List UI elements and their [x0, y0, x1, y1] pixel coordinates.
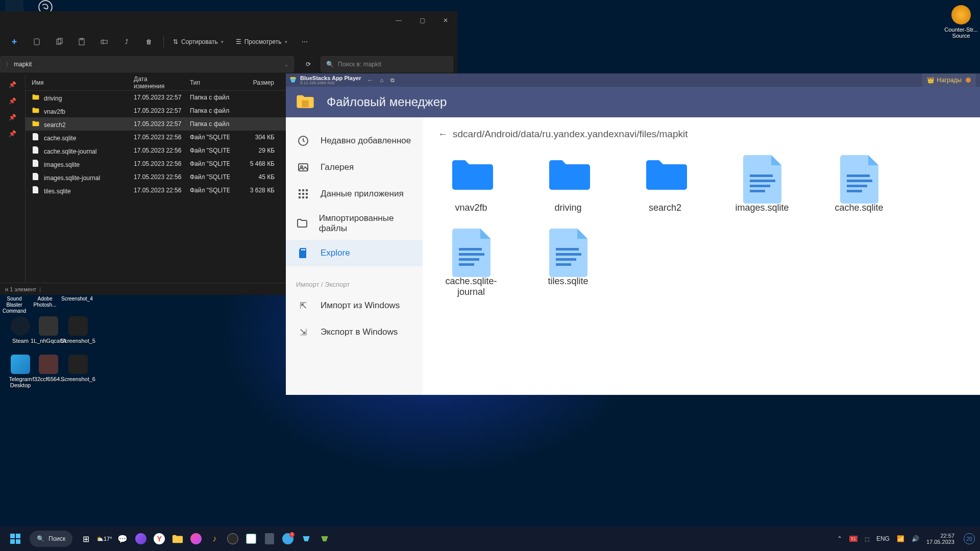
yandex-icon[interactable]: Y	[150, 529, 168, 549]
taskbar-search[interactable]: 🔍 Поиск	[30, 531, 72, 547]
trash-icon[interactable]: 🗑	[139, 33, 159, 51]
svg-rect-40	[556, 263, 571, 266]
col-type[interactable]: Тип	[184, 79, 230, 86]
sidebar-item-apps[interactable]: Данные приложения	[286, 181, 423, 207]
col-date[interactable]: Дата изменения	[128, 76, 184, 90]
bluestacks-sidebar: Недавно добавленноеГалереяДанные приложе…	[286, 117, 423, 395]
explorer-titlebar: ― ▢ ✕	[0, 11, 457, 30]
weather-widget[interactable]: ⛅17°	[95, 529, 113, 549]
import-windows[interactable]: ⇱ Импорт из Windows	[286, 292, 423, 319]
svg-rect-42	[16, 534, 20, 538]
thumbnail-icon	[68, 316, 88, 336]
itunes-icon[interactable]	[187, 529, 205, 549]
sidebar-item-folder[interactable]: Импортированные файлы	[286, 207, 423, 240]
svg-rect-16	[299, 193, 301, 195]
grid-item[interactable]: cache.sqlite-journal	[438, 229, 504, 297]
grid-item[interactable]: images.sqlite	[729, 155, 795, 213]
wifi-icon[interactable]: 📶	[897, 535, 904, 542]
tray-chevron-icon[interactable]: ⌃	[837, 535, 842, 542]
app-icon[interactable]	[132, 529, 150, 549]
sort-button[interactable]: ⇅Сортировать▾	[168, 33, 229, 51]
search-placeholder: Поиск в: mapkit	[338, 61, 381, 68]
taskbar: 🔍 Поиск ⊞ ⛅17° 💬 Y ♪ 1 ⌃ 51 ⬚ ENG 📶 🔊 22…	[0, 527, 980, 551]
sidebar-item-clock[interactable]: Недавно добавленное	[286, 128, 423, 154]
chat-icon[interactable]: 💬	[113, 529, 132, 549]
close-button[interactable]: ✕	[434, 11, 457, 30]
back-button[interactable]: ←	[438, 129, 448, 140]
folder-icon	[450, 155, 493, 193]
file-icon	[32, 172, 40, 181]
desktop-thumb[interactable]	[5, 0, 23, 11]
pin-icon[interactable]: 📌	[1, 127, 24, 141]
svg-rect-38	[556, 253, 581, 256]
paste-icon[interactable]	[71, 33, 92, 51]
file-icon	[32, 146, 40, 154]
calendar-icon[interactable]	[242, 529, 260, 549]
desktop-icon-cs[interactable]: Counter-Str... Source	[943, 5, 979, 39]
maximize-button[interactable]: ▢	[410, 11, 434, 30]
crown-icon: 👑	[927, 77, 935, 84]
desktop-icon[interactable]: Screenshot_6	[60, 355, 96, 382]
more-button[interactable]: ⋯	[295, 33, 315, 51]
address-bar[interactable]: 〉 mapkit ⌄	[0, 56, 294, 72]
search-input[interactable]: 🔍 Поиск в: mapkit	[321, 56, 453, 72]
whatsapp-icon-desktop[interactable]	[38, 0, 54, 11]
svg-rect-39	[556, 258, 576, 261]
new-button[interactable]: ✚	[4, 33, 24, 51]
col-name[interactable]: Имя	[26, 79, 128, 86]
clock[interactable]: 22:57 17.05.2023	[926, 533, 954, 545]
whatsapp-icon[interactable]	[224, 529, 242, 549]
sidebar-item-sd[interactable]: Explore	[286, 240, 423, 266]
pin-icon[interactable]: 📌	[1, 78, 24, 92]
notification-badge[interactable]: 20	[964, 533, 975, 544]
aimp-icon[interactable]: ♪	[205, 529, 224, 549]
file-icon	[450, 229, 493, 267]
desktop-icon-label[interactable]: Screenshot_4	[61, 296, 88, 302]
grid-item[interactable]: search2	[632, 155, 698, 213]
explorer-icon[interactable]	[168, 529, 187, 549]
grid-item[interactable]: tiles.sqlite	[535, 229, 601, 297]
folder-icon	[547, 155, 590, 193]
page-title: Файловый менеджер	[327, 95, 447, 109]
col-size[interactable]: Размер	[230, 79, 281, 86]
tray-app-icon[interactable]: ⬚	[865, 536, 869, 542]
tray-app-icon[interactable]: 51	[849, 536, 857, 542]
recent-icon[interactable]: ⧉	[390, 77, 395, 84]
bluestacks-x-icon[interactable]	[315, 529, 334, 549]
path-text[interactable]: sdcard/Android/data/ru.yandex.yandexnavi…	[453, 129, 688, 140]
svg-rect-30	[847, 180, 872, 182]
export-windows[interactable]: ⇲ Экспорт в Windows	[286, 319, 423, 345]
refresh-button[interactable]: ⟳	[300, 56, 316, 72]
sidebar-item-image[interactable]: Галерея	[286, 154, 423, 181]
view-button[interactable]: ☰Просмотреть▾	[231, 33, 292, 51]
bluestacks-taskbar-icon[interactable]	[297, 529, 315, 549]
svg-rect-35	[459, 258, 479, 261]
copy-icon[interactable]	[49, 33, 69, 51]
minimize-button[interactable]: ―	[387, 11, 410, 30]
volume-icon[interactable]: 🔊	[912, 535, 919, 542]
pin-icon[interactable]: 📌	[1, 94, 24, 108]
start-button[interactable]	[5, 529, 26, 549]
grid-item[interactable]: vnav2fb	[438, 155, 504, 213]
rename-icon[interactable]	[94, 33, 114, 51]
rewards-button[interactable]: 👑 Награды	[922, 73, 976, 87]
desktop-icon[interactable]: Screenshot_5	[60, 316, 96, 344]
pin-icon[interactable]: 📌	[1, 110, 24, 124]
grid-item[interactable]: cache.sqlite	[826, 155, 892, 213]
skype-icon[interactable]: 1	[279, 529, 297, 549]
language-indicator[interactable]: ENG	[876, 535, 890, 542]
calculator-icon[interactable]	[260, 529, 279, 549]
back-icon[interactable]: ←	[367, 77, 373, 84]
share-icon[interactable]: ⤴	[116, 33, 137, 51]
grid-item[interactable]: driving	[535, 155, 601, 213]
desktop-icon-label[interactable]: Sound Blaster Command	[1, 296, 28, 314]
chevron-down-icon[interactable]: ⌄	[284, 62, 288, 67]
desktop-icon-label[interactable]: Adobe Photosh...	[32, 296, 58, 308]
home-icon[interactable]: ⌂	[380, 77, 383, 84]
svg-rect-43	[10, 539, 15, 544]
system-tray: ⌃ 51 ⬚ ENG 📶 🔊 22:57 17.05.2023 20	[837, 533, 975, 545]
cut-icon[interactable]	[27, 33, 47, 51]
svg-rect-21	[306, 196, 308, 198]
task-view-icon[interactable]: ⊞	[77, 529, 95, 549]
breadcrumb[interactable]: mapkit	[14, 61, 32, 68]
